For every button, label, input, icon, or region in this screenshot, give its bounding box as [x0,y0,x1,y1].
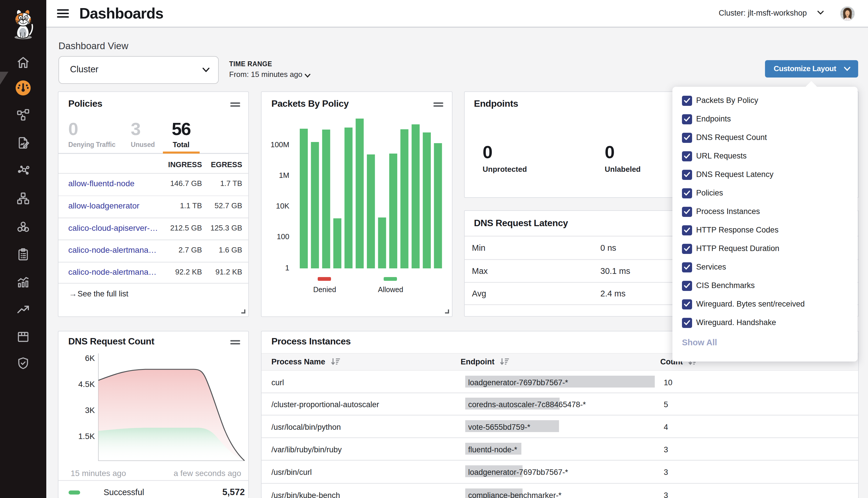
svg-text:1M: 1M [279,171,289,180]
svg-text:10K: 10K [276,201,290,210]
svg-text:1: 1 [285,263,289,272]
svg-text:6K: 6K [85,354,95,363]
svg-text:Denied: Denied [313,286,336,293]
svg-text:Allowed: Allowed [378,286,403,293]
svg-text:3K: 3K [85,406,95,415]
svg-text:100M: 100M [271,140,289,149]
svg-text:100: 100 [277,232,289,241]
svg-text:1.5K: 1.5K [78,432,95,441]
svg-text:a few seconds ago: a few seconds ago [173,469,241,478]
svg-text:4.5K: 4.5K [78,380,95,389]
svg-text:15 minutes ago: 15 minutes ago [70,469,126,478]
